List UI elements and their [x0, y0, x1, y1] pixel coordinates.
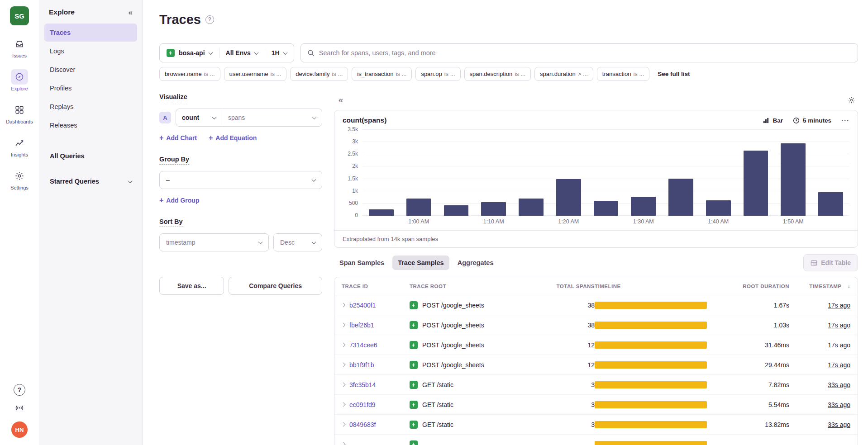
filter-chip-browser.name[interactable]: browser.nameis ...: [159, 67, 220, 81]
chart-bar[interactable]: [744, 151, 768, 216]
org-avatar[interactable]: SG: [10, 6, 29, 25]
chart-bar[interactable]: [444, 205, 469, 216]
expand-row-icon[interactable]: [341, 383, 346, 387]
group-by-select[interactable]: –: [159, 171, 322, 189]
timeline-bar[interactable]: [595, 302, 707, 309]
filter-chip-span.description[interactable]: span.descriptionis ...: [464, 67, 531, 81]
nav-item-issues[interactable]: Issues: [6, 36, 33, 58]
expand-row-icon[interactable]: [341, 422, 346, 427]
sidebar-collapse-button[interactable]: «: [129, 9, 133, 16]
filter-chip-span.op[interactable]: span.opis ...: [415, 67, 460, 81]
sidebar-item-profiles[interactable]: Profiles: [44, 79, 137, 97]
sidebar-item-all-queries[interactable]: All Queries: [44, 147, 137, 165]
date-range-selector[interactable]: 1H: [265, 44, 294, 62]
expand-row-icon[interactable]: [341, 343, 346, 347]
column-header-total-spans[interactable]: TOTAL SPANS: [540, 284, 595, 289]
timeline-bar[interactable]: [595, 361, 707, 369]
expand-row-icon[interactable]: [341, 323, 346, 327]
filter-chip-span.duration[interactable]: span.duration> ...: [534, 67, 593, 81]
trace-id-link[interactable]: 0849683f: [349, 421, 376, 428]
nav-item-insights[interactable]: Insights: [6, 135, 33, 157]
search-box[interactable]: [300, 43, 858, 62]
chart-type-selector[interactable]: Bar: [763, 117, 783, 124]
trace-id-link[interactable]: b25400f1: [349, 302, 376, 309]
column-header-timestamp[interactable]: TIMESTAMP↓: [789, 283, 850, 289]
expand-row-icon[interactable]: [341, 402, 346, 407]
project-selector[interactable]: bosa-api: [160, 44, 219, 62]
timeline-bar[interactable]: [595, 381, 707, 388]
nav-item-settings[interactable]: Settings: [6, 168, 33, 190]
help-button[interactable]: ?: [14, 384, 25, 396]
user-avatar[interactable]: HN: [11, 421, 28, 438]
page-help-icon[interactable]: ?: [205, 15, 214, 24]
expand-row-icon[interactable]: [341, 363, 346, 367]
timestamp-link[interactable]: 17s ago: [828, 302, 850, 309]
timestamp-link[interactable]: 17s ago: [828, 361, 850, 369]
trace-id-link[interactable]: bb1f9f1b: [349, 361, 374, 369]
compare-queries-button[interactable]: Compare Queries: [229, 277, 322, 295]
timestamp-link[interactable]: 33s ago: [828, 401, 850, 408]
chart-bar[interactable]: [594, 201, 619, 216]
tab-trace-samples[interactable]: Trace Samples: [392, 256, 449, 270]
add-chart-button[interactable]: + Add Chart: [159, 134, 197, 142]
timestamp-link[interactable]: 17s ago: [828, 341, 850, 349]
nav-item-dashboards[interactable]: Dashboards: [6, 102, 33, 124]
sort-field-select[interactable]: timestamp: [159, 233, 269, 251]
broadcast-button[interactable]: [14, 403, 24, 414]
sort-direction-select[interactable]: Desc: [273, 233, 322, 251]
sidebar-item-releases[interactable]: Releases: [44, 116, 137, 134]
sidebar-item-traces[interactable]: Traces: [44, 24, 137, 42]
sidebar-item-starred-queries[interactable]: Starred Queries: [44, 172, 137, 190]
chart-bar[interactable]: [781, 143, 806, 216]
timestamp-link[interactable]: 17s ago: [828, 322, 850, 329]
timeline-bar[interactable]: [595, 341, 707, 349]
sidebar-item-discover[interactable]: Discover: [44, 61, 137, 79]
chart-interval-selector[interactable]: 5 minutes: [793, 117, 831, 124]
sidebar-item-replays[interactable]: Replays: [44, 98, 137, 116]
trace-id-link[interactable]: 7314cee6: [349, 341, 377, 349]
tab-aggregates[interactable]: Aggregates: [452, 256, 499, 270]
save-as-button[interactable]: Save as...: [159, 277, 224, 295]
expand-row-icon[interactable]: [341, 303, 346, 308]
search-input[interactable]: [319, 49, 851, 57]
settings-gear-button[interactable]: [844, 93, 858, 107]
filter-chip-is_transaction[interactable]: is_transactionis ...: [352, 67, 412, 81]
filter-chip-transaction[interactable]: transactionis ...: [597, 67, 649, 81]
timeline-bar[interactable]: [595, 441, 707, 445]
aggregate-select[interactable]: count: [176, 109, 222, 126]
chart-more-options-button[interactable]: ···: [841, 117, 849, 124]
chart-bar[interactable]: [481, 202, 506, 216]
timestamp-link[interactable]: 33s ago: [828, 421, 850, 428]
tab-span-samples[interactable]: Span Samples: [334, 256, 390, 270]
chart-bar[interactable]: [369, 209, 394, 216]
timeline-bar[interactable]: [595, 401, 707, 408]
environment-selector[interactable]: All Envs: [219, 44, 265, 62]
timeline-bar[interactable]: [595, 421, 707, 428]
timestamp-link[interactable]: 33s ago: [828, 381, 850, 388]
nav-item-explore[interactable]: Explore: [6, 69, 33, 91]
aggregate-param-select[interactable]: spans: [222, 109, 322, 126]
filter-chip-device.family[interactable]: device.familyis ...: [290, 67, 348, 81]
chart-bar[interactable]: [631, 197, 656, 216]
column-header-root-duration[interactable]: ROOT DURATION: [719, 284, 789, 289]
sidebar-item-logs[interactable]: Logs: [44, 42, 137, 60]
column-header-trace-root[interactable]: TRACE ROOT: [410, 284, 540, 289]
trace-id-link[interactable]: fbef26b1: [349, 322, 374, 329]
chart-bar[interactable]: [406, 199, 431, 216]
collapse-query-panel-button[interactable]: «: [334, 93, 348, 107]
chart-bar[interactable]: [519, 199, 544, 216]
column-header-trace-id[interactable]: TRACE ID: [342, 284, 410, 289]
add-group-button[interactable]: + Add Group: [159, 196, 199, 204]
see-full-list-button[interactable]: See full list: [653, 71, 694, 77]
trace-id-link[interactable]: ec091fd9: [349, 401, 376, 408]
chart-bar[interactable]: [668, 179, 693, 216]
chart-bar[interactable]: [706, 200, 731, 216]
trace-id-link[interactable]: 3fe35b14: [349, 381, 376, 388]
expand-row-icon[interactable]: [341, 442, 346, 445]
add-equation-button[interactable]: + Add Equation: [209, 134, 257, 142]
timeline-bar[interactable]: [595, 322, 707, 329]
column-header-timeline[interactable]: TIMELINE: [595, 284, 719, 289]
filter-chip-user.username[interactable]: user.usernameis ...: [224, 67, 287, 81]
chart-bar[interactable]: [818, 192, 843, 216]
edit-table-button[interactable]: Edit Table: [803, 254, 858, 271]
